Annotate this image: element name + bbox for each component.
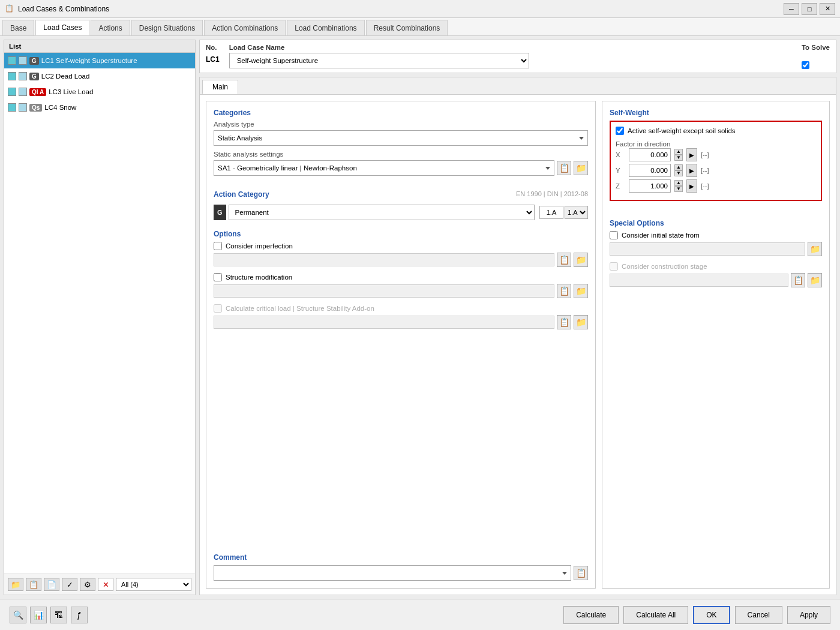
structure-mod-edit-btn[interactable]: 📋 xyxy=(557,284,571,298)
cancel-button[interactable]: Cancel xyxy=(735,606,782,624)
tab-actions[interactable]: Actions xyxy=(91,20,130,35)
list-item-text-lc1: LC1 Self-weight Superstructure xyxy=(41,57,137,64)
tab-result-combinations[interactable]: Result Combinations xyxy=(366,20,448,35)
tab-design-situations[interactable]: Design Situations xyxy=(131,20,203,35)
to-solve-checkbox[interactable] xyxy=(802,61,809,69)
construction-stage-edit-btn[interactable]: 📋 xyxy=(791,273,805,287)
comment-title: Comment xyxy=(214,553,588,562)
spinner-x: ▲ ▼ xyxy=(674,149,683,161)
structure-icon-btn[interactable]: 🏗 xyxy=(50,607,67,623)
comment-edit-btn[interactable]: 📋 xyxy=(574,566,588,580)
list-item-text-lc2: LC2 Dead Load xyxy=(41,73,90,80)
static-analysis-browse-btn[interactable]: 📁 xyxy=(574,161,588,175)
arrow-btn-y[interactable]: ▶ xyxy=(686,164,697,177)
factor-label-z: Z xyxy=(616,182,625,190)
factor-direction-label: Factor in direction xyxy=(616,140,670,148)
imperfection-checkbox-row: Consider imperfection xyxy=(214,242,588,250)
minimize-button[interactable]: ─ xyxy=(784,3,799,15)
static-analysis-field: Static analysis settings SA1 - Geometric… xyxy=(214,151,588,176)
list-item-text-lc3: LC3 Live Load xyxy=(49,88,93,95)
construction-stage-checkbox[interactable] xyxy=(610,262,618,271)
to-solve-label: To Solve xyxy=(802,44,830,51)
search-icon-btn[interactable]: 🔍 xyxy=(10,607,26,623)
critical-load-input-row: 📋 📁 xyxy=(214,315,588,329)
special-options-title: Special Options xyxy=(610,219,822,227)
tab-load-cases[interactable]: Load Cases xyxy=(35,20,89,35)
factor-input-z[interactable] xyxy=(629,179,671,193)
initial-state-browse-btn[interactable]: 📁 xyxy=(808,242,822,256)
tab-base[interactable]: Base xyxy=(2,20,34,35)
list-item-lc3[interactable]: QI A LC3 Live Load xyxy=(4,84,195,100)
grid-icon-btn[interactable]: 📊 xyxy=(30,607,47,623)
spin-up-x[interactable]: ▲ xyxy=(674,149,683,155)
tab-main[interactable]: Main xyxy=(202,80,238,94)
calculate-button[interactable]: Calculate xyxy=(563,606,619,624)
calculate-all-button[interactable]: Calculate All xyxy=(623,606,688,624)
construction-stage-browse-btn[interactable]: 📁 xyxy=(808,273,822,287)
critical-load-edit-btn[interactable]: 📋 xyxy=(557,315,571,329)
factor-input-y[interactable] xyxy=(629,164,671,177)
static-analysis-row: SA1 - Geometrically linear | Newton-Raph… xyxy=(214,160,588,176)
list-item-lc2[interactable]: G LC2 Dead Load xyxy=(4,68,195,84)
imperfection-input-row: 📋 📁 xyxy=(214,253,588,267)
list-item-lc1[interactable]: G LC1 Self-weight Superstructure xyxy=(4,53,195,68)
imperfection-edit-btn[interactable]: 📋 xyxy=(557,253,571,267)
initial-state-checkbox[interactable] xyxy=(610,231,618,239)
arrow-btn-z[interactable]: ▶ xyxy=(686,179,697,193)
spin-up-z[interactable]: ▲ xyxy=(674,180,683,186)
settings-button[interactable]: ⚙ xyxy=(80,578,95,591)
load-case-name-dropdown[interactable]: Self-weight Superstructure xyxy=(229,53,529,68)
badge-lc4: Qs xyxy=(29,104,42,112)
delete-button[interactable]: ✕ xyxy=(98,578,113,591)
add-item-button[interactable]: 📁 xyxy=(8,578,23,591)
critical-load-checkbox[interactable] xyxy=(214,304,222,313)
comment-dropdown[interactable] xyxy=(214,565,571,581)
filter-select[interactable]: All (4) xyxy=(116,578,191,591)
right-content: Self-Weight Active self-weight except so… xyxy=(602,101,830,589)
critical-load-browse-btn[interactable]: 📁 xyxy=(574,315,588,329)
action-category-header: Action Category EN 1990 | DIN | 2012-08 xyxy=(214,190,588,202)
copy-item-button[interactable]: 📋 xyxy=(26,578,41,591)
factor-input-x[interactable] xyxy=(629,148,671,161)
apply-button[interactable]: Apply xyxy=(787,606,830,624)
action-category-code-select[interactable]: 1.A xyxy=(565,206,588,219)
action-category-dropdown[interactable]: Permanent xyxy=(229,205,535,220)
action-category-code-input[interactable] xyxy=(539,206,563,219)
list-item-text-lc4: LC4 Snow xyxy=(44,104,76,111)
title-bar: 📋 Load Cases & Combinations ─ □ ✕ xyxy=(0,0,840,18)
structure-mod-browse-btn[interactable]: 📁 xyxy=(574,284,588,298)
close-button[interactable]: ✕ xyxy=(820,3,835,15)
imperfection-label: Consider imperfection xyxy=(226,242,293,250)
static-analysis-dropdown[interactable]: SA1 - Geometrically linear | Newton-Raph… xyxy=(214,160,554,176)
spin-down-z[interactable]: ▼ xyxy=(674,186,683,192)
initial-state-input-row: 📁 xyxy=(610,242,822,256)
arrow-btn-x[interactable]: ▶ xyxy=(686,148,697,161)
ok-button[interactable]: OK xyxy=(693,606,730,624)
to-solve-checkbox-row xyxy=(802,61,830,69)
structure-mod-checkbox[interactable] xyxy=(214,273,222,281)
paste-item-button[interactable]: 📄 xyxy=(44,578,59,591)
color-indicator-lc2 xyxy=(8,72,16,80)
check-button[interactable]: ✓ xyxy=(62,578,77,591)
tab-load-combinations[interactable]: Load Combinations xyxy=(287,20,364,35)
function-icon-btn[interactable]: ƒ xyxy=(71,607,88,623)
static-analysis-edit-btn[interactable]: 📋 xyxy=(557,161,571,175)
analysis-type-dropdown[interactable]: Static Analysis xyxy=(214,130,588,146)
maximize-button[interactable]: □ xyxy=(802,3,817,15)
static-analysis-label: Static analysis settings xyxy=(214,151,588,158)
imperfection-checkbox[interactable] xyxy=(214,242,222,250)
self-weight-checkbox-row: Active self-weight except soil solids xyxy=(616,127,816,135)
spin-down-y[interactable]: ▼ xyxy=(674,170,683,176)
imperfection-browse-btn[interactable]: 📁 xyxy=(574,253,588,267)
initial-state-input xyxy=(610,242,805,256)
spin-up-y[interactable]: ▲ xyxy=(674,164,683,170)
no-label: No. xyxy=(206,44,220,51)
self-weight-checkbox[interactable] xyxy=(616,127,624,135)
factor-label-x: X xyxy=(616,151,625,158)
list-item-lc4[interactable]: Qs LC4 Snow xyxy=(4,100,195,115)
critical-load-input xyxy=(214,316,554,329)
structure-mod-input-row: 📋 📁 xyxy=(214,284,588,298)
tab-action-combinations[interactable]: Action Combinations xyxy=(204,20,286,35)
no-field: No. LC1 xyxy=(206,44,220,69)
spin-down-x[interactable]: ▼ xyxy=(674,155,683,161)
